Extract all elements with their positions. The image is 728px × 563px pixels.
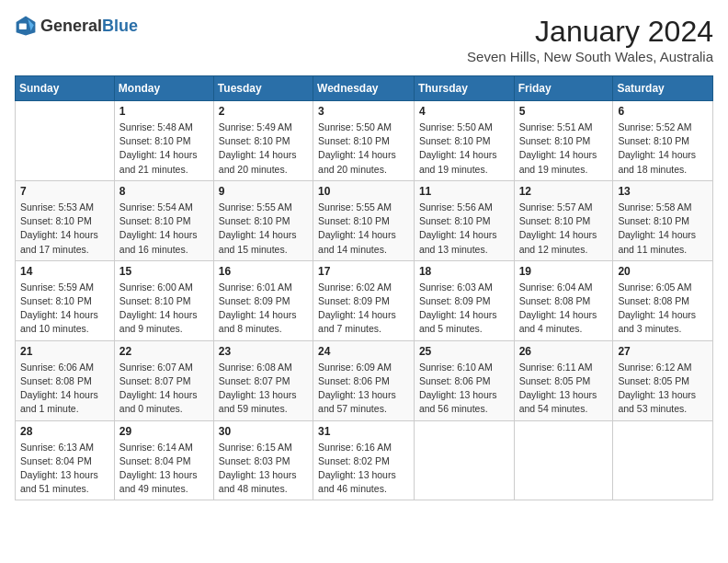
day-number: 14 xyxy=(20,265,109,278)
calendar-week-row: 7Sunrise: 5:53 AMSunset: 8:10 PMDaylight… xyxy=(16,180,713,260)
header-row: SundayMondayTuesdayWednesdayThursdayFrid… xyxy=(16,76,713,101)
day-info: Sunrise: 5:55 AMSunset: 8:10 PMDaylight:… xyxy=(318,201,409,257)
day-info: Sunrise: 6:07 AMSunset: 8:07 PMDaylight:… xyxy=(119,361,209,417)
calendar-cell xyxy=(613,420,713,500)
calendar-cell: 11Sunrise: 5:56 AMSunset: 8:10 PMDayligh… xyxy=(414,180,514,260)
page-header: GeneralBlue January 2024 Seven Hills, Ne… xyxy=(15,15,713,64)
day-number: 3 xyxy=(318,105,409,118)
header-day: Saturday xyxy=(613,76,713,101)
day-number: 22 xyxy=(119,345,209,358)
day-number: 2 xyxy=(219,105,308,118)
header-day: Friday xyxy=(514,76,613,101)
header-day: Sunday xyxy=(16,76,115,101)
calendar-cell: 25Sunrise: 6:10 AMSunset: 8:06 PMDayligh… xyxy=(414,340,514,420)
calendar-table: SundayMondayTuesdayWednesdayThursdayFrid… xyxy=(15,75,713,500)
calendar-cell: 5Sunrise: 5:51 AMSunset: 8:10 PMDaylight… xyxy=(514,101,613,181)
day-number: 29 xyxy=(119,425,209,438)
day-info: Sunrise: 5:58 AMSunset: 8:10 PMDaylight:… xyxy=(618,201,708,257)
calendar-cell: 17Sunrise: 6:02 AMSunset: 8:09 PMDayligh… xyxy=(313,260,415,340)
day-number: 20 xyxy=(618,265,708,278)
svg-rect-2 xyxy=(19,24,27,29)
day-number: 18 xyxy=(419,265,509,278)
day-number: 7 xyxy=(20,185,109,198)
day-info: Sunrise: 6:16 AMSunset: 8:02 PMDaylight:… xyxy=(318,441,409,497)
header-day: Thursday xyxy=(414,76,514,101)
calendar-cell: 9Sunrise: 5:55 AMSunset: 8:10 PMDaylight… xyxy=(213,180,313,260)
day-info: Sunrise: 5:53 AMSunset: 8:10 PMDaylight:… xyxy=(20,201,109,257)
day-info: Sunrise: 6:14 AMSunset: 8:04 PMDaylight:… xyxy=(119,441,209,497)
day-info: Sunrise: 5:52 AMSunset: 8:10 PMDaylight:… xyxy=(618,121,708,177)
calendar-cell: 31Sunrise: 6:16 AMSunset: 8:02 PMDayligh… xyxy=(313,420,415,500)
day-number: 12 xyxy=(519,185,609,198)
day-info: Sunrise: 5:48 AMSunset: 8:10 PMDaylight:… xyxy=(119,121,209,177)
day-info: Sunrise: 5:54 AMSunset: 8:10 PMDaylight:… xyxy=(119,201,209,257)
day-info: Sunrise: 6:06 AMSunset: 8:08 PMDaylight:… xyxy=(20,361,109,417)
day-info: Sunrise: 6:00 AMSunset: 8:10 PMDaylight:… xyxy=(119,281,209,337)
day-number: 13 xyxy=(618,185,708,198)
calendar-cell: 21Sunrise: 6:06 AMSunset: 8:08 PMDayligh… xyxy=(16,340,115,420)
day-number: 23 xyxy=(219,345,308,358)
day-info: Sunrise: 6:03 AMSunset: 8:09 PMDaylight:… xyxy=(419,281,509,337)
calendar-cell: 10Sunrise: 5:55 AMSunset: 8:10 PMDayligh… xyxy=(313,180,415,260)
calendar-week-row: 14Sunrise: 5:59 AMSunset: 8:10 PMDayligh… xyxy=(16,260,713,340)
calendar-cell xyxy=(514,420,613,500)
logo-text-blue: Blue xyxy=(102,17,138,35)
calendar-cell: 20Sunrise: 6:05 AMSunset: 8:08 PMDayligh… xyxy=(613,260,713,340)
calendar-week-row: 1Sunrise: 5:48 AMSunset: 8:10 PMDaylight… xyxy=(16,101,713,181)
day-info: Sunrise: 5:50 AMSunset: 8:10 PMDaylight:… xyxy=(318,121,409,177)
calendar-cell: 30Sunrise: 6:15 AMSunset: 8:03 PMDayligh… xyxy=(213,420,313,500)
day-number: 19 xyxy=(519,265,609,278)
calendar-cell: 14Sunrise: 5:59 AMSunset: 8:10 PMDayligh… xyxy=(16,260,115,340)
day-number: 30 xyxy=(219,425,308,438)
day-number: 28 xyxy=(20,425,109,438)
day-info: Sunrise: 5:55 AMSunset: 8:10 PMDaylight:… xyxy=(219,201,308,257)
day-number: 17 xyxy=(318,265,409,278)
day-number: 21 xyxy=(20,345,109,358)
day-number: 24 xyxy=(318,345,409,358)
day-number: 4 xyxy=(419,105,509,118)
calendar-subtitle: Seven Hills, New South Wales, Australia xyxy=(467,49,713,64)
day-number: 27 xyxy=(618,345,708,358)
day-info: Sunrise: 5:50 AMSunset: 8:10 PMDaylight:… xyxy=(419,121,509,177)
day-info: Sunrise: 5:56 AMSunset: 8:10 PMDaylight:… xyxy=(419,201,509,257)
day-info: Sunrise: 6:05 AMSunset: 8:08 PMDaylight:… xyxy=(618,281,708,337)
calendar-title: January 2024 xyxy=(467,15,713,49)
logo: GeneralBlue xyxy=(15,15,138,37)
calendar-cell: 16Sunrise: 6:01 AMSunset: 8:09 PMDayligh… xyxy=(213,260,313,340)
calendar-cell: 15Sunrise: 6:00 AMSunset: 8:10 PMDayligh… xyxy=(114,260,213,340)
day-info: Sunrise: 5:51 AMSunset: 8:10 PMDaylight:… xyxy=(519,121,609,177)
day-number: 31 xyxy=(318,425,409,438)
day-info: Sunrise: 6:01 AMSunset: 8:09 PMDaylight:… xyxy=(219,281,308,337)
header-day: Wednesday xyxy=(313,76,415,101)
logo-text-general: General xyxy=(40,17,102,35)
header-day: Tuesday xyxy=(213,76,313,101)
calendar-week-row: 28Sunrise: 6:13 AMSunset: 8:04 PMDayligh… xyxy=(16,420,713,500)
title-section: January 2024 Seven Hills, New South Wale… xyxy=(467,15,713,64)
calendar-cell: 28Sunrise: 6:13 AMSunset: 8:04 PMDayligh… xyxy=(16,420,115,500)
calendar-cell: 8Sunrise: 5:54 AMSunset: 8:10 PMDaylight… xyxy=(114,180,213,260)
day-number: 6 xyxy=(618,105,708,118)
day-info: Sunrise: 6:12 AMSunset: 8:05 PMDaylight:… xyxy=(618,361,708,417)
day-info: Sunrise: 5:57 AMSunset: 8:10 PMDaylight:… xyxy=(519,201,609,257)
day-number: 10 xyxy=(318,185,409,198)
calendar-cell: 13Sunrise: 5:58 AMSunset: 8:10 PMDayligh… xyxy=(613,180,713,260)
day-number: 8 xyxy=(119,185,209,198)
calendar-cell xyxy=(414,420,514,500)
day-info: Sunrise: 5:59 AMSunset: 8:10 PMDaylight:… xyxy=(20,281,109,337)
calendar-cell: 24Sunrise: 6:09 AMSunset: 8:06 PMDayligh… xyxy=(313,340,415,420)
calendar-cell: 4Sunrise: 5:50 AMSunset: 8:10 PMDaylight… xyxy=(414,101,514,181)
day-info: Sunrise: 6:15 AMSunset: 8:03 PMDaylight:… xyxy=(219,441,308,497)
calendar-cell: 19Sunrise: 6:04 AMSunset: 8:08 PMDayligh… xyxy=(514,260,613,340)
day-number: 11 xyxy=(419,185,509,198)
day-number: 26 xyxy=(519,345,609,358)
day-info: Sunrise: 6:04 AMSunset: 8:08 PMDaylight:… xyxy=(519,281,609,337)
calendar-cell xyxy=(16,101,115,181)
calendar-week-row: 21Sunrise: 6:06 AMSunset: 8:08 PMDayligh… xyxy=(16,340,713,420)
calendar-cell: 1Sunrise: 5:48 AMSunset: 8:10 PMDaylight… xyxy=(114,101,213,181)
day-info: Sunrise: 5:49 AMSunset: 8:10 PMDaylight:… xyxy=(219,121,308,177)
header-day: Monday xyxy=(114,76,213,101)
day-info: Sunrise: 6:13 AMSunset: 8:04 PMDaylight:… xyxy=(20,441,109,497)
calendar-cell: 2Sunrise: 5:49 AMSunset: 8:10 PMDaylight… xyxy=(213,101,313,181)
calendar-cell: 26Sunrise: 6:11 AMSunset: 8:05 PMDayligh… xyxy=(514,340,613,420)
day-info: Sunrise: 6:10 AMSunset: 8:06 PMDaylight:… xyxy=(419,361,509,417)
